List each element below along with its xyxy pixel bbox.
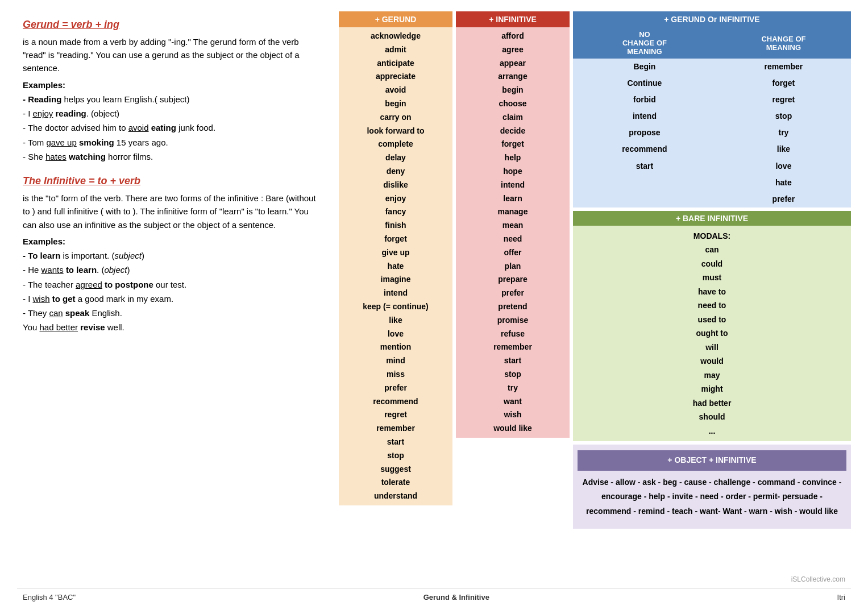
list-item: imagine [340,273,451,287]
list-item: avoid [340,84,451,97]
list-item: might [575,382,849,396]
list-item: tolerate [340,476,451,489]
list-item: fancy [340,205,451,219]
list-item: try [457,381,568,395]
list-item: forget [457,138,568,151]
list-item: help [457,151,568,165]
gerund-or-inf-header: + GERUND Or INFINITIVE [573,11,851,27]
change-header: CHANGE OFMEANING [716,27,851,59]
footer-left: English 4 "BAC" [23,593,76,601]
list-item: dislike [340,179,451,192]
gerund-title: Gerund = verb + ing [23,17,324,33]
list-item: - I wish to get a good mark in my exam. [23,292,324,305]
list-item: hate [340,260,451,273]
list-item: need [457,233,568,246]
list-item: ought to [575,326,849,341]
list-item: suggest [340,463,451,476]
list-item: begin [457,84,568,97]
list-item: try [716,125,851,141]
list-item: deny [340,165,451,179]
list-item: intend [573,108,716,125]
infinitive-desc: is the "to" form of the verb. There are … [23,192,324,231]
list-item: could [575,257,849,271]
infinitive-header: + INFINITIVE [456,11,570,27]
list-item: - To learn is important. (subject) [23,249,324,262]
gerund-or-inf-box: + GERUND Or INFINITIVE NOCHANGE OFMEANIN… [573,11,851,208]
list-item: recommend [340,395,451,409]
isl-line: iSLCollective.com [17,575,851,583]
list-item: need to [575,298,849,313]
list-item: choose [457,97,568,111]
list-item: arrange [457,70,568,84]
list-item: appear [457,57,568,70]
list-item: wish [457,408,568,422]
list-item: mean [457,219,568,233]
list-item: enjoy [340,192,451,206]
list-item: intend [457,179,568,192]
infinitive-column: + INFINITIVE affordagreeappeararrangebeg… [456,11,570,573]
list-item: regret [716,92,851,108]
list-item: hate [716,175,851,191]
footer-right: Itri [837,593,845,601]
list-item: decide [457,125,568,138]
list-item: remember [457,341,568,354]
list-item: - The teacher agreed to postpone our tes… [23,278,324,291]
list-item [573,175,716,191]
list-item: want [457,395,568,409]
list-item: claim [457,111,568,125]
isl-text: iSLCollective.com [791,575,845,583]
list-item: like [340,314,451,327]
main-content: Gerund = verb + ing is a noun made from … [17,11,851,573]
list-item: agree [457,43,568,57]
list-item: prefer [457,287,568,300]
list-item: recommend [573,141,716,157]
list-item: - Reading helps you learn English.( subj… [23,93,324,106]
list-item: offer [457,246,568,260]
list-item: start [340,435,451,449]
list-item: love [716,158,851,175]
list-item: love [340,327,451,341]
list-item: Continue [573,75,716,92]
infinitive-title: The Infinitive = to + verb [23,173,324,189]
modals-header: MODALS: [575,229,849,243]
list-item: pretend [457,300,568,314]
list-item: appreciate [340,70,451,84]
list-item: hope [457,165,568,179]
list-item: must [575,271,849,285]
list-item: prefer [340,381,451,395]
list-item: start [573,158,716,175]
list-item: refuse [457,327,568,341]
gerund-words: acknowledgeadmitanticipateappreciateavoi… [339,27,452,505]
list-item: should [575,410,849,424]
bare-inf-words: MODALS:cancouldmusthave toneed toused to… [573,226,851,442]
infinitive-examples-list: - To learn is important. (subject) - He … [23,249,324,334]
list-item: - The doctor advised him to avoid eating… [23,121,324,134]
list-item: miss [340,368,451,381]
list-item: - She hates watching horror films. [23,150,324,163]
list-item: delay [340,151,451,165]
footer: English 4 "BAC" Gerund & Infinitive Itri [17,588,851,603]
list-item: would [575,354,849,368]
list-item: like [716,141,851,157]
list-item: remember [716,59,851,75]
list-item: carry on [340,111,451,125]
gerund-examples-header: Examples: [23,78,324,92]
obj-inf-header: + OBJECT + INFINITIVE [578,450,846,471]
list-item: give up [340,246,451,260]
list-item: propose [573,125,716,141]
gerund-column: + GERUND acknowledgeadmitanticipateappre… [339,11,452,573]
list-item: admit [340,43,451,57]
list-item: - I enjoy reading. (object) [23,107,324,120]
list-item: understand [340,489,451,503]
list-item: begin [340,97,451,111]
gerund-examples-list: - Reading helps you learn English.( subj… [23,93,324,163]
list-item: prepare [457,273,568,287]
list-item: ... [575,424,849,438]
list-item: - Tom gave up smoking 15 years ago. [23,136,324,149]
infinitive-examples-header: Examples: [23,235,324,248]
list-item: - They can speak English. [23,306,324,320]
page: Gerund = verb + ing is a noun made from … [0,0,868,614]
no-change-header: NOCHANGE OFMEANING [573,27,716,59]
list-item: mention [340,341,451,354]
list-item: stop [716,108,851,125]
